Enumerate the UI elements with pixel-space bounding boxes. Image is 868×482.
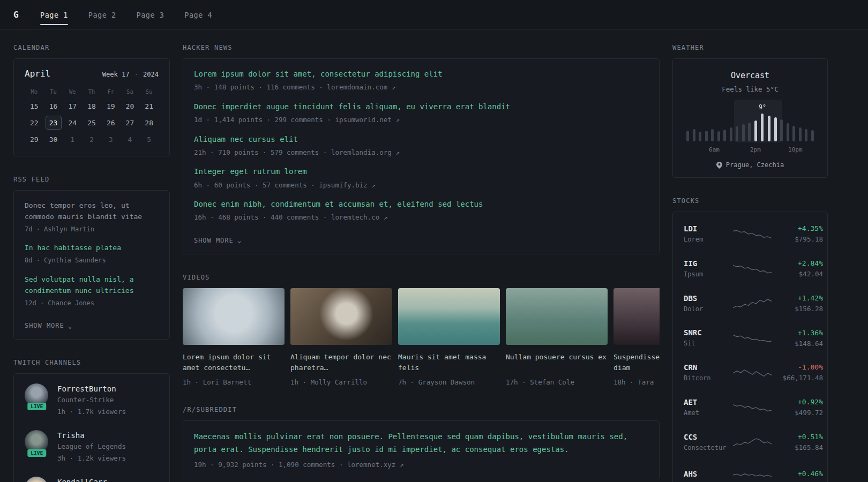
rss-item-title[interactable]: Donec tempor eros leo, ut commodo mauris… (25, 200, 159, 223)
subreddit-post-title[interactable]: Maecenas mollis pulvinar erat non posuer… (194, 431, 648, 455)
weather-bar (705, 131, 708, 141)
calendar-day: 26 (103, 116, 119, 130)
hn-item-info: 21h · 710 points · 579 comments · (194, 148, 331, 156)
hn-item-title[interactable]: Integer eget rutrum lorem (194, 166, 648, 177)
stock-row: LDILorem+4.35%$795.18 (684, 217, 817, 252)
weather-time-label: 6am (709, 146, 720, 153)
rss-show-more-button[interactable]: SHOW MORE ⌄ (25, 322, 72, 329)
hackernews-widget-title: HACKER NEWS (183, 44, 660, 51)
stock-row: DBSDolor+1.42%$156.28 (684, 287, 817, 321)
stock-identity: DBSDolor (684, 294, 733, 314)
weather-bar (792, 126, 795, 141)
hn-item-domain-link[interactable]: loremtech.co ↗ (331, 213, 387, 221)
hn-item-title[interactable]: Aliquam nec cursus elit (194, 134, 648, 145)
external-link-icon: ↗ (400, 461, 404, 469)
video-thumbnail[interactable] (290, 288, 392, 345)
calendar-day: 24 (64, 116, 80, 130)
weather-bar-slot (728, 127, 735, 141)
right-column: WEATHER Overcast Feels like 5°C 9° 6am2p… (672, 44, 828, 482)
weather-bar-slot (766, 116, 773, 141)
stock-symbol[interactable]: LDI (684, 224, 733, 233)
video-thumbnail[interactable] (398, 288, 500, 345)
video-title[interactable]: Lorem ipsum dolor sit amet consectetu… (183, 352, 285, 374)
stock-sparkline (733, 400, 772, 415)
video-title[interactable]: Aliquam tempor dolor nec pharetra… (290, 352, 392, 374)
weather-bar-slot (809, 130, 815, 141)
rss-item-title[interactable]: Sed volutpat nulla nisl, a condimentum n… (25, 274, 159, 297)
tab-page-3[interactable]: Page 3 (137, 0, 164, 29)
video-card: Lorem ipsum dolor sit amet consectetu…1h… (183, 288, 285, 387)
stock-identity: LDILorem (684, 224, 733, 244)
weather-bar-slot (722, 130, 728, 141)
stocks-card: LDILorem+4.35%$795.18IIGIpsum+2.84%$42.0… (672, 212, 828, 482)
weather-bar-slot: 9° (759, 103, 766, 141)
app-logo[interactable]: G (13, 10, 38, 20)
stock-change: +0.92% (772, 398, 823, 406)
twitch-channel-info: ForrestBurtonCounter-Strike1h · 1.7k vie… (57, 383, 126, 416)
hn-item-domain-link[interactable]: ipsumify.biz ↗ (319, 181, 375, 189)
subreddit-card: Maecenas mollis pulvinar erat non posuer… (183, 420, 660, 479)
stock-row: AHS+0.46% (684, 460, 817, 482)
weather-bar-slot (704, 131, 710, 141)
rss-item-title[interactable]: In hac habitasse platea (25, 243, 159, 254)
stock-symbol[interactable]: IIG (684, 259, 733, 268)
rss-item-meta: 7d · Ashlyn Martin (25, 225, 159, 234)
stock-symbol[interactable]: DBS (684, 294, 733, 303)
video-title[interactable]: Mauris sit amet massa felis (398, 352, 500, 374)
stock-sparkline (733, 331, 772, 346)
hn-item-domain-link[interactable]: ipsumworld.net ↗ (335, 116, 399, 124)
stock-symbol[interactable]: AET (684, 398, 733, 406)
tab-page-1[interactable]: Page 1 (40, 0, 68, 29)
weekday-label: We (63, 85, 82, 99)
video-thumbnail[interactable] (613, 288, 660, 345)
weather-bar (686, 131, 689, 141)
subreddit-post-info: 19h · 9,932 points · 1,090 comments · (194, 461, 347, 469)
stock-identity: SNRCSit (684, 328, 733, 348)
subreddit-post-domain-link[interactable]: loremnet.xyz ↗ (347, 461, 403, 469)
video-thumbnail[interactable] (506, 288, 608, 345)
stock-change: +2.84% (772, 259, 823, 267)
video-thumbnail[interactable] (183, 288, 285, 345)
stock-identity: AETAmet (684, 398, 733, 418)
subreddit-post-meta: 19h · 9,932 points · 1,090 comments · lo… (194, 460, 648, 470)
stock-values: +0.51%$165.84 (772, 433, 823, 453)
stock-values: +4.35%$795.18 (772, 224, 823, 244)
hn-item-title[interactable]: Donec enim nibh, condimentum et accumsan… (194, 199, 648, 209)
twitch-channel: LIVEForrestBurtonCounter-Strike1h · 1.7k… (25, 383, 159, 416)
channel-viewers: 3h · 1.2k viewers (57, 454, 126, 463)
channel-name[interactable]: ForrestBurton (57, 385, 126, 393)
stock-name: Ipsum (684, 270, 733, 279)
weekday-label: Fr (101, 85, 121, 99)
twitch-channel-info: KendallCarr (57, 477, 107, 482)
calendar-week: Week 17 · 2024 (102, 71, 159, 78)
stock-values: +1.36%$148.64 (772, 329, 823, 349)
channel-name[interactable]: KendallCarr (57, 478, 107, 482)
rss-card: Donec tempor eros leo, ut commodo mauris… (13, 190, 170, 340)
calendar-week-number: Week 17 (102, 71, 130, 78)
subreddit-widget-title: /R/SUBREDDIT (183, 406, 660, 413)
video-title[interactable]: Nullam posuere cursus ex (506, 352, 608, 374)
hackernews-show-more-button[interactable]: SHOW MORE ⌄ (194, 237, 242, 244)
stock-symbol[interactable]: SNRC (684, 328, 733, 337)
tab-page-4[interactable]: Page 4 (184, 0, 212, 29)
hn-item-title[interactable]: Lorem ipsum dolor sit amet, consectetur … (194, 69, 648, 79)
stock-symbol[interactable]: AHS (684, 470, 733, 478)
weather-bar (799, 127, 802, 141)
hn-item-title[interactable]: Donec imperdiet augue tincidunt felis al… (194, 101, 648, 112)
weather-widget: WEATHER Overcast Feels like 5°C 9° 6am2p… (672, 44, 828, 178)
hn-item-domain-link[interactable]: loremdomain.com ↗ (327, 83, 395, 91)
twitch-card: LIVEForrestBurtonCounter-Strike1h · 1.7k… (13, 373, 170, 482)
hn-item-domain-link[interactable]: loremlandia.org ↗ (331, 148, 400, 156)
weather-bar (774, 117, 777, 141)
tab-page-2[interactable]: Page 2 (88, 0, 116, 29)
hn-item: Lorem ipsum dolor sit amet, consectetur … (194, 69, 648, 92)
hn-item-meta: 1d · 1,414 points · 299 comments · ipsum… (194, 115, 648, 125)
video-title[interactable]: Suspendisse consequat diam (613, 352, 660, 374)
stock-symbol[interactable]: CCS (684, 433, 733, 441)
stock-symbol[interactable]: CRN (684, 363, 733, 372)
channel-name[interactable]: Trisha (57, 431, 126, 440)
stock-price: $42.04 (772, 269, 823, 279)
weekday-label: Mo (25, 85, 44, 99)
stock-sparkline (733, 261, 772, 276)
twitch-widget: TWITCH CHANNELS LIVEForrestBurtonCounter… (13, 359, 170, 482)
